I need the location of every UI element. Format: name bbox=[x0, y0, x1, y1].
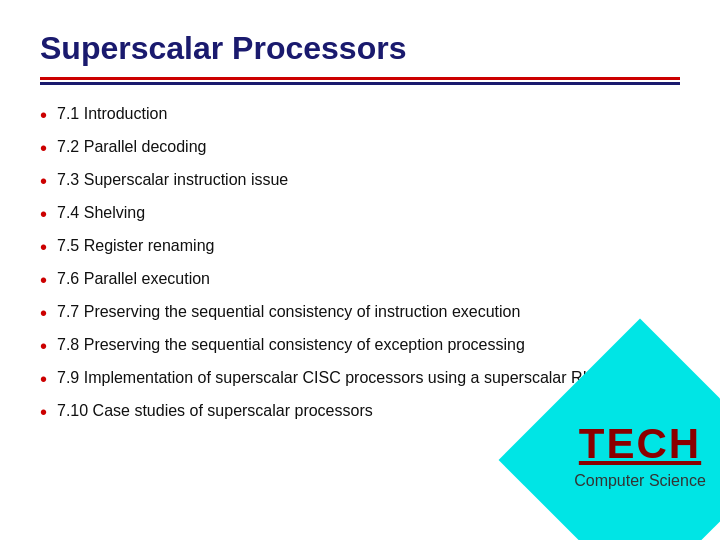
item-text-7-5: 7.5 Register renaming bbox=[57, 235, 680, 257]
bullet-icon: • bbox=[40, 200, 47, 228]
item-text-7-1: 7.1 Introduction bbox=[57, 103, 680, 125]
list-item: •7.2 Parallel decoding bbox=[40, 136, 680, 162]
list-item: •7.7 Preserving the sequential consisten… bbox=[40, 301, 680, 327]
item-text-7-4: 7.4 Shelving bbox=[57, 202, 680, 224]
item-text-7-3: 7.3 Superscalar instruction issue bbox=[57, 169, 680, 191]
item-text-7-7: 7.7 Preserving the sequential consistenc… bbox=[57, 301, 680, 323]
bullet-icon: • bbox=[40, 398, 47, 426]
slide-container: Superscalar Processors •7.1 Introduction… bbox=[0, 0, 720, 540]
bullet-icon: • bbox=[40, 101, 47, 129]
list-item: •7.6 Parallel execution bbox=[40, 268, 680, 294]
bullet-icon: • bbox=[40, 266, 47, 294]
divider-red-line bbox=[40, 77, 680, 80]
bullet-icon: • bbox=[40, 134, 47, 162]
slide-title: Superscalar Processors bbox=[40, 30, 680, 67]
logo-subtitle: Computer Science bbox=[574, 472, 706, 490]
bullet-icon: • bbox=[40, 299, 47, 327]
logo-diamond-container: TECH Computer Science bbox=[530, 350, 720, 540]
bullet-icon: • bbox=[40, 233, 47, 261]
bullet-icon: • bbox=[40, 332, 47, 360]
divider-blue-line bbox=[40, 82, 680, 85]
item-text-7-6: 7.6 Parallel execution bbox=[57, 268, 680, 290]
tech-logo-text: TECH bbox=[579, 420, 701, 468]
list-item: •7.3 Superscalar instruction issue bbox=[40, 169, 680, 195]
item-text-7-2: 7.2 Parallel decoding bbox=[57, 136, 680, 158]
list-item: •7.4 Shelving bbox=[40, 202, 680, 228]
bullet-icon: • bbox=[40, 365, 47, 393]
list-item: •7.5 Register renaming bbox=[40, 235, 680, 261]
list-item: •7.1 Introduction bbox=[40, 103, 680, 129]
logo-text-container: TECH Computer Science bbox=[545, 360, 720, 540]
bullet-icon: • bbox=[40, 167, 47, 195]
divider bbox=[40, 77, 680, 85]
